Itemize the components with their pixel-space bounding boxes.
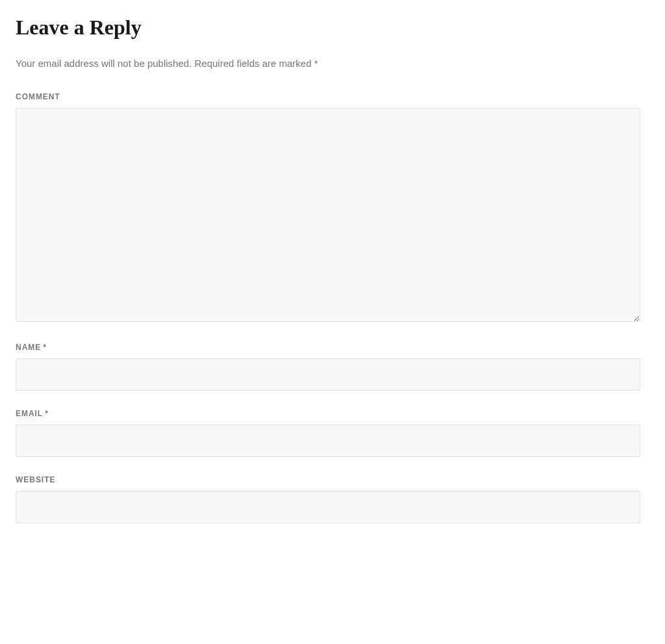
comment-label: COMMENT <box>16 92 649 101</box>
email-input[interactable] <box>16 425 640 457</box>
page-title: Leave a Reply <box>16 16 649 40</box>
comment-section: COMMENT <box>16 92 649 325</box>
website-section: WEBSITE <box>16 475 649 523</box>
website-input[interactable] <box>16 491 640 523</box>
name-input[interactable] <box>16 358 640 391</box>
name-label: NAME* <box>16 343 649 352</box>
email-section: EMAIL* <box>16 409 649 457</box>
comment-textarea[interactable] <box>16 108 640 322</box>
subtitle-text: Your email address will not be published… <box>16 58 649 69</box>
name-section: NAME* <box>16 343 649 391</box>
website-label: WEBSITE <box>16 475 649 484</box>
email-label: EMAIL* <box>16 409 649 418</box>
